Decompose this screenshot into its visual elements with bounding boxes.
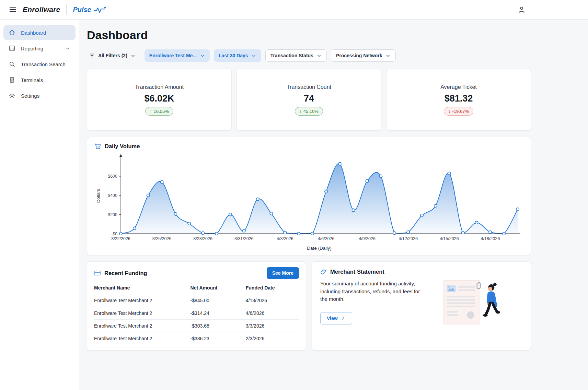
chevron-down-icon [316,53,322,58]
view-label: View [327,316,338,321]
sidebar-item-label: Reporting [21,46,43,51]
processing-network-filter-chip[interactable]: Processing Network [331,49,396,62]
svg-text:4/3/2026: 4/3/2026 [277,236,293,241]
stat-change: 45.10% [303,109,319,114]
daily-volume-card: Daily Volume $0$200$400$6003/22/20263/25… [87,137,531,255]
all-filters-button[interactable]: All Filters (2) [87,49,140,62]
stat-card-transaction-count: Transaction Count 74 ↑ 45.10% [237,69,381,131]
table-row[interactable]: Enrollware Test Merchant 2 -$845.00 4/13… [94,294,299,307]
recent-funding-table: Merchant Name Net Amount Funded Date Enr… [94,282,299,345]
cell-funded-date: 4/13/2026 [246,294,299,307]
statement-illustration [441,276,504,328]
merchant-statement-title: Merchant Statement [330,269,384,275]
cell-funded-date: 2/3/2026 [246,332,299,345]
hamburger-menu-button[interactable] [8,4,18,15]
merchant-filter-chip[interactable]: Enrollware Test Me... [145,49,210,62]
svg-text:3/31/2026: 3/31/2026 [234,236,254,241]
top-bar: Enrollware Pulse [0,0,588,20]
transaction-status-filter-label: Transaction Status [270,53,313,58]
page-title: Dashboard [87,28,531,42]
cell-net-amount: -$314.24 [191,307,246,320]
arrow-up-icon: ↑ [150,109,152,114]
chevron-down-icon [200,53,205,58]
table-row[interactable]: Enrollware Test Merchant 2 -$303.68 3/3/… [94,320,299,332]
stat-value: $81.32 [445,93,473,104]
all-filters-label: All Filters (2) [98,53,127,58]
chart-area: $0$200$400$6003/22/20263/25/20263/28/202… [94,150,524,253]
date-range-filter-label: Last 30 Days [219,53,248,58]
sidebar-item-settings[interactable]: Settings [3,88,76,103]
daily-volume-title: Daily Volume [105,143,140,150]
status-badge: ↑ 16.55% [145,107,173,116]
sidebar-item-label: Terminals [21,77,43,83]
table-row[interactable]: Enrollware Test Merchant 2 -$336.23 2/3/… [94,332,299,345]
svg-text:4/6/2026: 4/6/2026 [318,236,335,241]
daily-volume-chart[interactable]: $0$200$400$6003/22/20263/25/20263/28/202… [94,152,524,252]
hamburger-icon [9,6,16,13]
cell-funded-date: 4/6/2026 [246,307,299,320]
date-range-filter-chip[interactable]: Last 30 Days [214,49,261,62]
filter-bar: All Filters (2) Enrollware Test Me... La… [87,49,531,62]
view-statement-button[interactable]: View [320,312,352,324]
merchant-statement-card: Merchant Statement Your summary of accou… [312,261,531,351]
svg-text:$400: $400 [108,193,117,198]
sidebar-item-transaction-search[interactable]: Transaction Search [3,57,76,72]
stat-card-transaction-amount: Transaction Amount $6.02K ↑ 16.55% [87,69,232,131]
svg-text:3/28/2026: 3/28/2026 [193,236,212,241]
brand-divider [66,4,67,15]
main-content: Dashboard All Filters (2) Enrollware Tes… [79,20,588,390]
see-more-button[interactable]: See More [267,267,299,279]
stat-label: Transaction Amount [135,84,184,90]
recent-funding-title: Recent Funding [104,270,147,276]
sidebar-item-label: Dashboard [21,30,46,36]
svg-text:$0: $0 [113,232,117,236]
gear-icon [9,92,15,99]
merchant-filter-label: Enrollware Test Me... [149,53,197,58]
cell-merchant-name: Enrollware Test Merchant 2 [94,332,191,345]
brand-logo: Enrollware [23,5,60,14]
svg-text:Dollars: Dollars [96,189,101,203]
cell-merchant-name: Enrollware Test Merchant 2 [94,307,191,320]
stat-card-average-ticket: Average Ticket $81.32 ↓ -19.67% [386,69,531,131]
cart-icon [94,143,101,150]
merchant-statement-description: Your summary of account funding activity… [320,280,428,303]
home-icon [9,29,15,36]
chevron-down-icon [251,53,256,58]
svg-text:4/9/2026: 4/9/2026 [359,236,376,241]
svg-text:4/15/2026: 4/15/2026 [440,236,459,241]
sidebar-item-terminals[interactable]: Terminals [3,72,76,87]
table-row[interactable]: Enrollware Test Merchant 2 -$314.24 4/6/… [94,307,299,320]
sidebar-item-reporting[interactable]: Reporting [3,41,76,56]
sidebar: Dashboard Reporting Transaction Search T… [0,20,79,390]
stat-change: 16.55% [154,109,169,114]
processing-network-filter-label: Processing Network [336,53,382,58]
cell-net-amount: -$845.00 [191,294,246,307]
chevron-down-icon [130,53,136,58]
stat-change: -19.67% [452,109,469,114]
transaction-status-filter-chip[interactable]: Transaction Status [265,49,327,62]
recent-funding-card: Recent Funding See More Merchant Name Ne… [87,261,306,351]
bottom-row: Recent Funding See More Merchant Name Ne… [87,261,531,351]
svg-text:3/22/2026: 3/22/2026 [111,236,130,241]
stat-value: $6.02K [144,93,174,104]
stat-cards-row: Transaction Amount $6.02K ↑ 16.55% Trans… [87,69,531,131]
svg-text:4/12/2026: 4/12/2026 [399,236,418,241]
svg-text:Date (Daily): Date (Daily) [307,246,331,251]
cell-funded-date: 3/3/2026 [246,320,299,332]
user-account-button[interactable] [516,4,527,15]
recent-funding-title-row: Recent Funding [94,270,147,276]
sidebar-item-label: Transaction Search [21,61,66,67]
svg-text:$200: $200 [108,212,117,217]
sidebar-item-dashboard[interactable]: Dashboard [3,25,76,40]
bar-chart-icon [9,45,15,52]
arrow-up-icon: ↑ [299,109,302,114]
column-header-merchant-name: Merchant Name [94,282,191,294]
chevron-down-icon [385,53,391,58]
terminal-icon [9,76,15,83]
stat-label: Transaction Count [287,84,331,90]
credit-card-icon [94,270,101,276]
stat-value: 74 [304,93,314,104]
cell-net-amount: -$336.23 [191,332,246,345]
search-icon [9,61,15,68]
filter-funnel-icon [89,52,95,59]
